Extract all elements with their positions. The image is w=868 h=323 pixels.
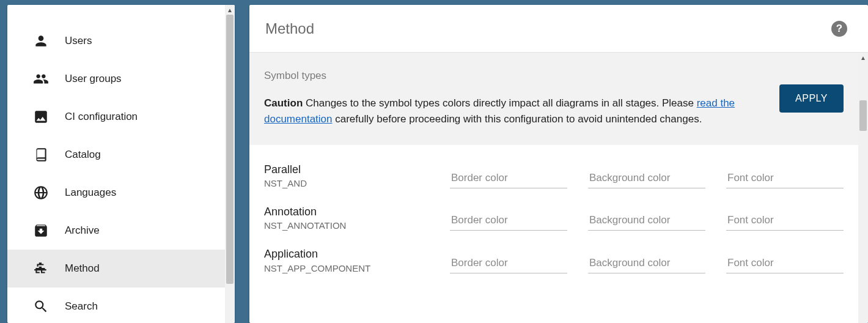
sidebar-item-archive[interactable]: Archive	[7, 212, 225, 250]
sitemap-icon	[33, 261, 49, 277]
background-color-input[interactable]	[588, 254, 705, 273]
sidebar-item-user-groups[interactable]: User groups	[7, 60, 225, 98]
sidebar-item-label: Method	[65, 262, 100, 275]
symbol-name: Parallel	[264, 162, 429, 177]
sidebar-item-method[interactable]: Method	[7, 250, 225, 288]
help-icon[interactable]: ?	[831, 21, 847, 37]
caution-text: Caution Changes to the symbol types colo…	[264, 95, 761, 128]
scroll-track[interactable]	[858, 62, 868, 323]
symbol-id: NST_APP_COMPONENT	[264, 263, 429, 273]
sidebar-item-label: Search	[65, 300, 98, 313]
user-icon	[33, 33, 49, 49]
globe-icon	[33, 185, 49, 201]
font-color-input[interactable]	[726, 169, 844, 188]
symbol-row: ApplicationNST_APP_COMPONENT	[264, 234, 844, 277]
sidebar: UsersUser groups CI configurationCatalog…	[7, 5, 235, 323]
page-title: Method	[265, 20, 831, 37]
apply-button[interactable]: APPLY	[779, 84, 844, 113]
sidebar-item-label: Catalog	[65, 149, 101, 161]
sidebar-item-label: Archive	[65, 225, 100, 237]
book-icon	[33, 147, 49, 163]
symbol-label-cell: AnnotationNST_ANNOTATION	[264, 204, 429, 231]
font-color-input[interactable]	[726, 212, 844, 231]
symbol-label-cell: ApplicationNST_APP_COMPONENT	[264, 247, 429, 273]
symbol-name: Application	[264, 247, 429, 261]
sidebar-item-label: CI configuration	[65, 111, 138, 123]
symbol-row: ParallelNST_AND	[264, 150, 844, 192]
background-color-input[interactable]	[588, 212, 705, 231]
sidebar-item-ci-configuration[interactable]: CI configuration	[7, 98, 225, 136]
image-icon	[33, 109, 49, 125]
sidebar-item-catalog[interactable]: Catalog	[7, 136, 225, 174]
main-scrollbar[interactable]: ▲	[858, 53, 868, 323]
caution-banner: Symbol types Caution Changes to the symb…	[249, 53, 858, 145]
sidebar-item-search[interactable]: Search	[7, 288, 225, 323]
archive-icon	[33, 223, 49, 239]
symbol-types-table: ParallelNST_ANDAnnotationNST_ANNOTATIONA…	[249, 145, 858, 277]
caution-text-before: Changes to the symbol types colors direc…	[303, 97, 696, 109]
search-icon	[33, 299, 49, 314]
symbol-id: NST_AND	[264, 178, 429, 188]
main-header: Method ?	[249, 5, 868, 53]
sidebar-item-label: Languages	[65, 187, 116, 199]
main-panel: Method ? Symbol types Caution Changes to…	[249, 5, 868, 323]
symbol-name: Annotation	[264, 204, 429, 219]
border-color-input[interactable]	[450, 169, 567, 188]
symbol-row: AnnotationNST_ANNOTATION	[264, 192, 844, 234]
group-icon	[33, 71, 49, 87]
section-heading-symbol-types: Symbol types	[264, 70, 761, 82]
symbol-label-cell: ParallelNST_AND	[264, 162, 429, 188]
sidebar-scrollbar[interactable]: ▲	[225, 5, 235, 323]
caution-strong: Caution	[264, 97, 303, 109]
sidebar-item-users[interactable]: Users	[7, 22, 225, 60]
border-color-input[interactable]	[450, 254, 567, 273]
scroll-track[interactable]	[225, 15, 235, 323]
scroll-thumb[interactable]	[226, 15, 234, 284]
sidebar-item-languages[interactable]: Languages	[7, 174, 225, 212]
background-color-input[interactable]	[588, 169, 705, 188]
scroll-up-arrow-icon[interactable]: ▲	[858, 53, 868, 62]
sidebar-item-label: User groups	[65, 73, 122, 85]
symbol-id: NST_ANNOTATION	[264, 220, 429, 231]
border-color-input[interactable]	[450, 212, 567, 231]
scroll-up-arrow-icon[interactable]: ▲	[225, 5, 235, 15]
sidebar-item-label: Users	[65, 35, 92, 47]
caution-text-after: carefully before proceeding with this co…	[333, 113, 702, 125]
font-color-input[interactable]	[726, 254, 844, 273]
scroll-thumb[interactable]	[859, 100, 867, 131]
